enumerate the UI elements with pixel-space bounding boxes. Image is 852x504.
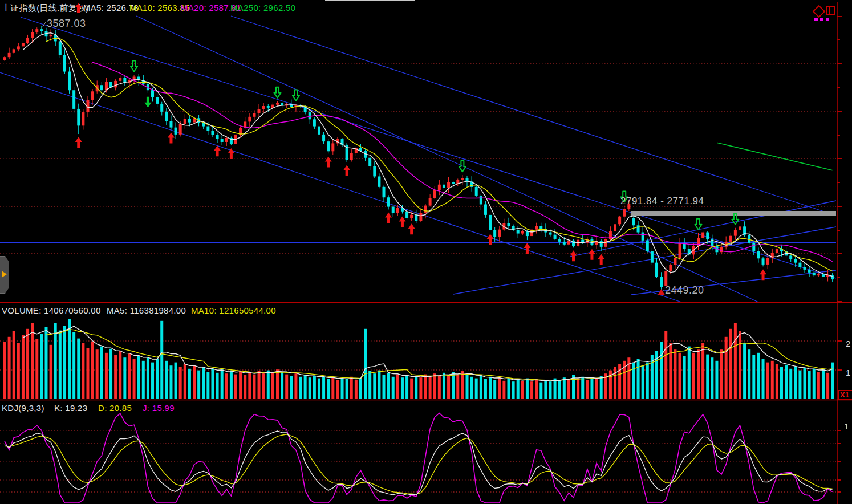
buy-signal-arrow — [408, 223, 415, 234]
buy-signal-arrow — [570, 250, 577, 261]
volume-scale-multiplier-button[interactable]: X1 — [838, 390, 852, 400]
top-edge-artifact — [325, 0, 415, 1]
trendlines — [0, 16, 836, 302]
buy-signal-arrow — [325, 156, 332, 167]
buy-signal-arrow — [598, 254, 604, 265]
up-arrow-icon — [75, 3, 82, 15]
buy-signal-arrow — [343, 165, 350, 176]
kdj-lines — [5, 413, 833, 503]
ma10-line — [46, 38, 833, 271]
buy-signal-arrow — [399, 217, 405, 227]
buy-signal-arrow — [385, 212, 392, 223]
expand-arrow-icon — [2, 271, 7, 278]
volume-ma5-value: MA5: 116381984.00 — [107, 305, 186, 316]
stock-chart-window: 上证指数(日线.前复权) MA5: 2526.78 MA10: 2563.85 … — [0, 0, 852, 504]
kdj-j-value: J: 15.99 — [143, 403, 175, 414]
ma250-value: MA250: 2962.50 — [230, 2, 295, 14]
buy-signal-arrow — [75, 137, 82, 148]
kdj-k-line — [5, 431, 833, 495]
sell-signal-arrow — [144, 97, 151, 108]
sell-warning-arrow — [293, 90, 299, 101]
gridlines — [0, 63, 836, 492]
buy-signal-arrow — [214, 145, 221, 156]
ma250-line — [717, 143, 833, 170]
sell-warning-arrow — [274, 87, 281, 98]
buy-signal-arrow — [524, 243, 530, 254]
sidebar-expand-tab[interactable] — [0, 256, 9, 294]
volume-axis-label-lower: 1 — [846, 368, 850, 377]
buy-signal-arrow — [589, 249, 595, 260]
kdj-d-value: D: 20.85 — [98, 403, 132, 414]
volume-value: VOLUME: 140670560.00 — [2, 305, 101, 316]
volume-ma10-value: MA10: 121650544.00 — [191, 305, 276, 316]
candles-layer — [3, 26, 834, 291]
corner-toolbar — [812, 5, 846, 23]
trough-price-label: 2449.20 — [665, 284, 704, 296]
more-options-icon[interactable] — [820, 18, 823, 21]
more-options-icon[interactable] — [814, 18, 818, 21]
diamond-marker-icon[interactable] — [813, 5, 826, 18]
sell-warning-arrow — [131, 61, 137, 72]
volume-axis-label-upper: 2 — [846, 339, 850, 348]
signal-arrows — [75, 61, 766, 281]
kdj-k-value: K: 19.23 — [54, 403, 87, 414]
kdj-axis-label-top: 1 — [844, 421, 849, 431]
volume-bars — [3, 319, 834, 399]
buy-signal-arrow — [168, 132, 175, 143]
gap-range-label: 2791.84 - 2771.94 — [620, 196, 704, 207]
kdj-j-line — [5, 413, 833, 503]
more-options-icon[interactable] — [826, 18, 829, 21]
split-window-icon[interactable] — [826, 6, 835, 15]
chart-canvas[interactable] — [0, 0, 852, 504]
volume-ma10-line — [46, 330, 833, 380]
peak-price-label: 3587.03 — [47, 18, 86, 30]
sell-warning-arrow — [695, 219, 702, 230]
kdj-name: KDJ(9,3,3) — [2, 403, 44, 414]
